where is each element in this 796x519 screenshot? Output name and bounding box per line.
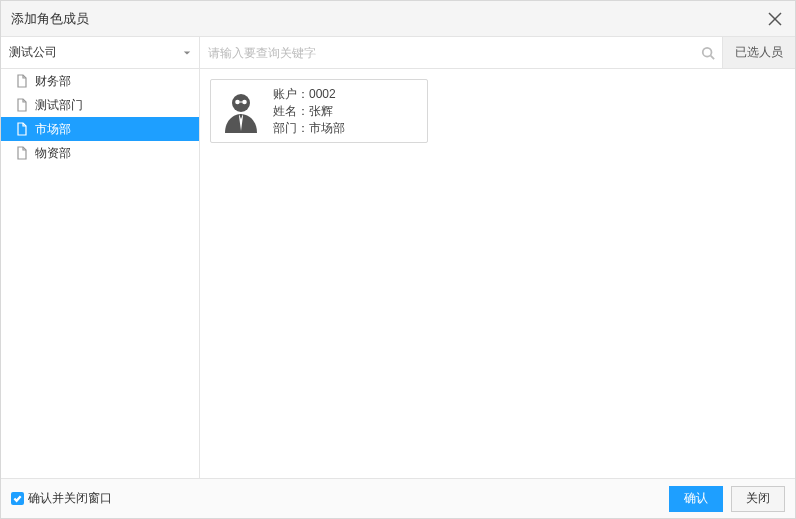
- avatar-icon: [219, 89, 263, 133]
- search-icon[interactable]: [700, 45, 716, 61]
- main-panel: 账户：0002 姓名：张辉 部门：市场部: [200, 69, 795, 478]
- file-icon: [15, 146, 29, 160]
- user-account-row: 账户：0002: [273, 86, 345, 102]
- tree-item-label: 物资部: [35, 145, 71, 162]
- file-icon: [15, 122, 29, 136]
- user-dept-row: 部门：市场部: [273, 120, 345, 136]
- tree-item-label: 市场部: [35, 121, 71, 138]
- tree-item-supplies[interactable]: 物资部: [1, 141, 199, 165]
- svg-line-3: [711, 55, 715, 59]
- user-name-row: 姓名：张辉: [273, 103, 345, 119]
- svg-point-2: [703, 47, 712, 56]
- user-card[interactable]: 账户：0002 姓名：张辉 部门：市场部: [210, 79, 428, 143]
- close-icon[interactable]: [765, 9, 785, 29]
- svg-rect-7: [240, 102, 243, 103]
- dialog: 添加角色成员 测试公司 已选人员 财务部: [0, 0, 796, 519]
- close-after-confirm-checkbox[interactable]: 确认并关闭窗口: [11, 490, 112, 507]
- org-select[interactable]: 测试公司: [1, 37, 200, 68]
- tree-item-label: 财务部: [35, 73, 71, 90]
- org-select-value: 测试公司: [9, 44, 57, 61]
- tree-item-market[interactable]: 市场部: [1, 117, 199, 141]
- file-icon: [15, 98, 29, 112]
- org-tree: 财务部 测试部门 市场部 物资部: [1, 69, 200, 478]
- checkbox-label: 确认并关闭窗口: [28, 490, 112, 507]
- search-field-wrapper: [200, 37, 723, 68]
- cancel-button[interactable]: 关闭: [731, 486, 785, 512]
- chevron-down-icon: [183, 46, 191, 60]
- svg-point-6: [242, 100, 247, 105]
- checkbox-icon: [11, 492, 24, 505]
- toolbar: 测试公司 已选人员: [1, 37, 795, 69]
- search-input[interactable]: [200, 37, 722, 68]
- tree-item-label: 测试部门: [35, 97, 83, 114]
- dialog-footer: 确认并关闭窗口 确认 关闭: [1, 478, 795, 518]
- tree-item-finance[interactable]: 财务部: [1, 69, 199, 93]
- title-bar: 添加角色成员: [1, 1, 795, 37]
- dialog-title: 添加角色成员: [11, 1, 89, 37]
- svg-point-4: [232, 94, 250, 112]
- ok-button[interactable]: 确认: [669, 486, 723, 512]
- file-icon: [15, 74, 29, 88]
- footer-buttons: 确认 关闭: [669, 486, 785, 512]
- tree-item-test[interactable]: 测试部门: [1, 93, 199, 117]
- svg-point-5: [235, 100, 240, 105]
- user-info: 账户：0002 姓名：张辉 部门：市场部: [273, 86, 345, 136]
- selected-members-button[interactable]: 已选人员: [723, 37, 795, 68]
- dialog-body: 财务部 测试部门 市场部 物资部: [1, 69, 795, 478]
